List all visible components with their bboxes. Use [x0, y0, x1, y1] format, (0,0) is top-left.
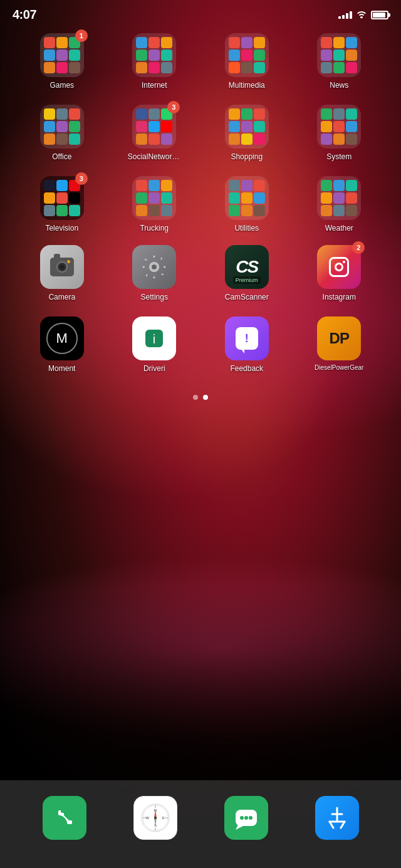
page-dots	[0, 385, 401, 409]
app-item-settings[interactable]: Settings	[112, 245, 198, 301]
safari-icon: N S E W	[133, 796, 177, 840]
app-item-instagram[interactable]: 2 Instagram	[296, 245, 383, 301]
app-label-driveri: Driveri	[143, 364, 165, 373]
app-label-social: SocialNetworki...	[128, 152, 181, 161]
app-item-office[interactable]: Office	[19, 105, 105, 161]
page-dot-1	[193, 395, 198, 400]
app-item-driveri[interactable]: i Driveri	[112, 316, 198, 373]
svg-point-20	[240, 816, 244, 820]
app-label-camscanner: CamScanner	[225, 293, 269, 301]
app-label-internet: Internet	[142, 81, 167, 90]
badge-instagram: 2	[352, 241, 365, 254]
svg-text:i: i	[153, 332, 155, 346]
app-label-trucking: Trucking	[140, 224, 169, 233]
app-item-moment[interactable]: M Moment	[19, 316, 105, 373]
folder-icon-utilities	[225, 176, 269, 220]
phone-icon	[43, 796, 86, 840]
app-label-moment: Moment	[48, 364, 75, 373]
diesel-icon: DP	[317, 316, 361, 360]
feedback-icon: !	[225, 316, 269, 360]
badge-television: 3	[75, 172, 88, 185]
settings-icon	[132, 245, 176, 289]
svg-point-22	[249, 816, 253, 820]
app-label-weather: Weather	[325, 224, 353, 233]
dock-item-phone[interactable]	[43, 796, 86, 840]
wifi-icon	[356, 9, 367, 20]
driveri-icon: i	[132, 316, 176, 360]
single-apps-row1: Camera	[19, 245, 382, 373]
app-item-multimedia[interactable]: Multimedia	[204, 33, 290, 90]
folder-icon-office	[40, 105, 84, 149]
dock-item-messages[interactable]	[224, 796, 268, 840]
svg-point-17	[154, 817, 157, 819]
badge-social: 3	[167, 101, 180, 113]
svg-text:E: E	[162, 816, 164, 820]
app-item-news[interactable]: News	[296, 33, 383, 90]
folder-icon-system	[317, 105, 361, 149]
app-label-feedback: Feedback	[230, 364, 263, 373]
app-label-shopping: Shopping	[231, 152, 263, 161]
app-item-camscanner[interactable]: CS Premium CamScanner	[204, 245, 290, 301]
folder-icon-news	[317, 33, 361, 77]
app-label-settings: Settings	[141, 293, 168, 301]
folder-icon-internet	[132, 33, 176, 77]
app-grid-row1: 1 Games Internet	[19, 33, 382, 233]
app-label-office: Office	[52, 152, 71, 161]
app-label-instagram: Instagram	[323, 293, 356, 301]
folder-icon-multimedia	[225, 33, 269, 77]
app-label-multimedia: Multimedia	[229, 81, 265, 90]
home-screen: 1 Games Internet	[0, 27, 401, 373]
badge-games: 1	[75, 29, 88, 42]
folder-icon-shopping	[225, 105, 269, 149]
page-dot-2	[203, 395, 208, 400]
app-item-shopping[interactable]: Shopping	[204, 105, 290, 161]
dock: N S E W	[0, 780, 401, 868]
gear-icon	[142, 254, 167, 280]
app-item-weather[interactable]: Weather	[296, 176, 383, 233]
folder-icon-trucking	[132, 176, 176, 220]
battery-icon	[371, 11, 388, 19]
app-item-internet[interactable]: Internet	[112, 33, 198, 90]
signal-icon	[338, 11, 352, 19]
camera-icon	[40, 245, 84, 289]
app-item-trucking[interactable]: Trucking	[112, 176, 198, 233]
app-label-system: System	[326, 152, 352, 161]
app-item-feedback[interactable]: ! Feedback	[204, 316, 290, 373]
svg-point-21	[244, 816, 248, 820]
status-icons	[338, 9, 388, 20]
app-label-utilities: Utilities	[234, 224, 259, 233]
dock-item-safari[interactable]: N S E W	[133, 796, 177, 840]
app-item-television[interactable]: 3 Television	[19, 176, 105, 233]
app-label-news: News	[330, 81, 348, 90]
app-label-camera: Camera	[48, 293, 75, 301]
app-item-system[interactable]: System	[296, 105, 383, 161]
app-item-diesel[interactable]: DP DieselPowerGear	[296, 316, 383, 373]
app-label-television: Television	[45, 224, 78, 233]
folder-icon-weather	[317, 176, 361, 220]
app-label-games: Games	[49, 81, 74, 90]
app-item-games[interactable]: 1 Games	[19, 33, 105, 90]
app-item-utilities[interactable]: Utilities	[204, 176, 290, 233]
app-item-camera[interactable]: Camera	[19, 245, 105, 301]
moment-icon: M	[40, 316, 84, 360]
dock-item-appstore[interactable]	[315, 796, 359, 840]
status-time: 4:07	[13, 8, 36, 22]
status-bar: 4:07	[0, 0, 401, 27]
app-label-diesel: DieselPowerGear	[315, 364, 363, 371]
app-item-social[interactable]: 3 SocialNetworki...	[112, 105, 198, 161]
appstore-icon	[315, 796, 359, 840]
messages-icon	[224, 796, 268, 840]
svg-text:W: W	[145, 816, 149, 820]
camscanner-icon: CS Premium	[225, 245, 269, 289]
